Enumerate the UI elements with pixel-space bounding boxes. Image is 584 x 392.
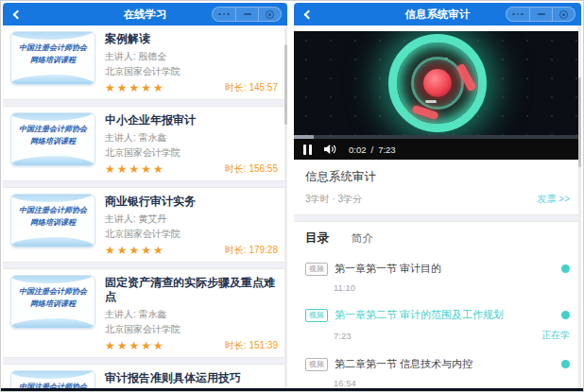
progress-dot-icon <box>561 360 570 368</box>
course-thumbnail: 中国注册会计师协会 网络培训课程 <box>10 31 95 85</box>
wave-decoration-top <box>10 31 95 40</box>
speaker-icon <box>323 144 337 155</box>
scrollbar-thumb[interactable] <box>284 44 287 125</box>
volume-button[interactable] <box>323 144 337 155</box>
course-thumbnail: 中国注册会计师协会 网络培训课程 <box>10 112 95 166</box>
course-item[interactable]: 中国注册会计师协会 网络培训课程 案例解读 主讲人: 殷德全 北京国家会计学院 … <box>3 26 287 99</box>
course-duration: 时长: 145:57 <box>225 81 278 94</box>
chevron-left-icon <box>303 9 313 19</box>
right-header: 信息系统审计 <box>294 3 581 26</box>
course-item[interactable]: 中国注册会计师协会 网络培训课程 审计报告准则具体运用技巧 主讲人: 李晓慧 北… <box>3 365 287 390</box>
wave-decoration-top <box>10 370 95 379</box>
course-title: 案例解读 <box>105 32 278 46</box>
course-item[interactable]: 中国注册会计师协会 网络培训课程 商业银行审计实务 主讲人: 黄艾丹 北京国家会… <box>3 188 287 262</box>
video-badge: 视频 <box>305 263 328 276</box>
thumbnail-course-text: 网络培训课程 <box>11 298 94 310</box>
rating-stars-icon: ★★★★★ <box>105 244 165 257</box>
wave-decoration-top <box>10 112 95 121</box>
thumbnail-course-text: 网络培训课程 <box>11 135 94 147</box>
thumbnail-course-text: 网络培训课程 <box>11 216 94 229</box>
miniprogram-capsule <box>212 7 282 22</box>
list-separator <box>3 357 287 365</box>
tab-bar: 目录 简介 <box>294 222 581 254</box>
video-progress-bar[interactable] <box>294 135 581 139</box>
chapter-item[interactable]: 视频 第一章第一节 审计目的 11:10 <box>294 254 581 300</box>
chapter-item[interactable]: 视频 第二章第一节 信息技术与内控 16:54 <box>294 349 581 390</box>
video-time: 0:02 / 7:23 <box>349 145 396 155</box>
course-school: 北京国家会计学院 <box>105 146 278 160</box>
course-school: 北京国家会计学院 <box>105 228 278 241</box>
screen-online-learning: 在线学习 中国注册会计师协会 网络培训课程 案例解读 主讲人: 殷德全 北京国家… <box>3 3 287 390</box>
more-button[interactable] <box>213 8 235 21</box>
rating-stars-icon: ★★★★★ <box>105 162 165 176</box>
close-button[interactable] <box>552 8 575 21</box>
course-thumbnail: 中国注册会计师协会 网络培训课程 <box>10 370 95 390</box>
course-title: 固定资产清查的实际步骤及重点难点 <box>105 276 278 304</box>
scrollbar-thumb[interactable] <box>578 77 581 167</box>
rating-stars-icon: ★★★★★ <box>105 339 165 352</box>
chapter-duration: 7:23 <box>334 331 352 341</box>
screenshot-stage: 在线学习 中国注册会计师协会 网络培训课程 案例解读 主讲人: 殷德全 北京国家… <box>0 0 584 392</box>
thumbnail-course-text: 网络培训课程 <box>11 54 94 66</box>
minimize-icon <box>538 13 545 15</box>
left-header: 在线学习 <box>3 3 287 26</box>
video-progress-fill <box>294 135 314 139</box>
scrollbar[interactable] <box>284 26 287 390</box>
course-title: 审计报告准则具体运用技巧 <box>105 371 278 385</box>
chapter-title: 第二章第一节 信息技术与内控 <box>335 357 555 371</box>
thumbnail-org-text: 中国注册会计师协会 <box>11 204 94 216</box>
course-school: 北京国家会计学院 <box>105 323 278 336</box>
course-duration: 时长: 151:39 <box>225 339 278 352</box>
video-badge: 视频 <box>305 358 328 371</box>
course-title: 商业银行审计实务 <box>105 195 278 209</box>
list-separator <box>3 99 287 107</box>
thumbnail-org-text: 中国注册会计师协会 <box>11 285 94 298</box>
list-separator <box>3 262 287 269</box>
tab-intro[interactable]: 简介 <box>352 231 373 246</box>
minimize-icon <box>244 13 251 15</box>
course-item[interactable]: 中国注册会计师协会 网络培训课程 固定资产清查的实际步骤及重点难点 主讲人: 雷… <box>3 269 287 357</box>
ring-tick <box>425 100 437 103</box>
course-thumbnail: 中国注册会计师协会 网络培训课程 <box>10 194 95 247</box>
wave-decoration-bottom <box>10 75 95 85</box>
wave-decoration-top <box>10 194 95 202</box>
exit-circle-icon <box>266 10 274 19</box>
video-ring-graphic <box>388 34 487 132</box>
video-frame <box>294 31 581 135</box>
video-controls: 0:02 / 7:23 <box>294 139 581 160</box>
back-button[interactable] <box>300 11 317 18</box>
course-title: 信息系统审计 <box>305 169 570 185</box>
chapter-duration: 16:54 <box>334 378 356 388</box>
chapter-list: 视频 第一章第一节 审计目的 11:10 视频 第一章第二节 审计的范围及工作规… <box>294 254 581 390</box>
course-duration: 时长: 156:55 <box>225 162 278 176</box>
more-icon <box>218 13 230 16</box>
course-info-panel: 信息系统审计 3学时 · 3学分 发票 >> <box>294 160 581 214</box>
total-time: 7:23 <box>378 145 396 155</box>
chapter-title: 第一章第二节 审计的范围及工作规划 <box>335 308 555 322</box>
time-separator: / <box>371 145 374 155</box>
pause-button[interactable] <box>303 145 312 155</box>
course-title: 中小企业年报审计 <box>105 113 278 128</box>
scrollbar[interactable] <box>578 26 581 390</box>
course-credits: 3学时 · 3学分 <box>305 193 362 206</box>
rating-stars-icon: ★★★★★ <box>105 81 165 94</box>
course-item[interactable]: 中国注册会计师协会 网络培训课程 中小企业年报审计 主讲人: 雷永鑫 北京国家会… <box>3 107 287 180</box>
wave-decoration-bottom <box>10 237 95 247</box>
wave-decoration-bottom <box>10 318 95 329</box>
miniprogram-capsule <box>506 7 575 22</box>
back-button[interactable] <box>9 11 26 18</box>
minimize-button[interactable] <box>529 8 552 21</box>
progress-dot-icon <box>561 264 570 273</box>
invoice-link[interactable]: 发票 >> <box>538 193 570 206</box>
minimize-button[interactable] <box>235 8 258 21</box>
close-button[interactable] <box>258 8 281 21</box>
progress-dot-icon <box>561 311 570 319</box>
course-duration: 时长: 179:28 <box>225 244 278 257</box>
chapter-item-active[interactable]: 视频 第一章第二节 审计的范围及工作规划 7:23 正在学 <box>294 300 581 349</box>
wave-decoration-bottom <box>10 156 95 166</box>
more-button[interactable] <box>507 8 529 21</box>
thumbnail-org-text: 中国注册会计师协会 <box>11 123 94 135</box>
chapter-status: 正在学 <box>541 329 570 342</box>
video-player[interactable]: 0:02 / 7:23 <box>294 31 581 160</box>
tab-catalog[interactable]: 目录 <box>305 230 329 247</box>
